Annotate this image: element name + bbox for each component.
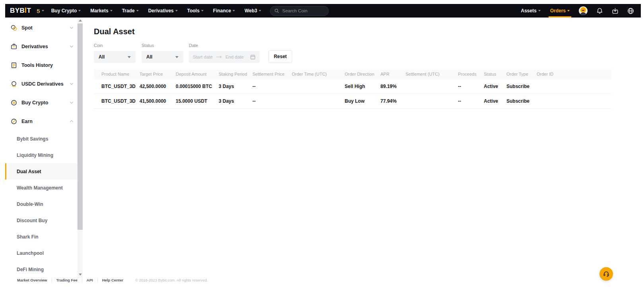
chevron-down-icon xyxy=(175,10,178,12)
nav-item-buy-crypto[interactable]: Buy Crypto xyxy=(47,4,86,18)
sidebar-item-usdc-derivatives[interactable]: USDC Derivatives xyxy=(5,74,78,93)
nav-item-assets[interactable]: Assets xyxy=(516,4,545,18)
filter-bar: Coin All Status All Date xyxy=(94,43,638,63)
column-header: Deposit Amount xyxy=(176,72,219,76)
footer-link-help-center[interactable]: Help Center xyxy=(102,278,123,282)
chevron-down-icon xyxy=(70,100,73,104)
spot-coin-icon xyxy=(11,25,17,31)
cell-order-time-redacted xyxy=(292,84,345,89)
cell-order-id-redacted xyxy=(537,84,611,89)
logo-text-left: BYB xyxy=(10,7,25,15)
bybit-logo[interactable]: BYBT xyxy=(10,4,31,18)
subitem-label: Dual Asset xyxy=(17,169,41,174)
sidebar-subitem-discount-buy[interactable]: Discount Buy xyxy=(5,212,78,229)
cell-settlement-utc-redacted xyxy=(405,84,458,89)
top-navbar: BYBT 5 Buy Crypto Markets Trade Derivati… xyxy=(5,4,641,18)
cell-order-time-redacted xyxy=(292,98,345,104)
download-app-button[interactable] xyxy=(607,4,623,18)
nav-label: Buy Crypto xyxy=(51,8,77,14)
support-chat-button[interactable] xyxy=(599,267,613,281)
subitem-label: Discount Buy xyxy=(17,218,47,223)
sidebar-item-label: Buy Crypto xyxy=(21,100,70,106)
subitem-label: Bybit Savings xyxy=(17,136,48,142)
headset-icon xyxy=(603,270,610,278)
language-button[interactable] xyxy=(623,4,638,18)
nav-item-derivatives[interactable]: Derivatives xyxy=(144,4,182,18)
anniversary-5-icon: 5 xyxy=(37,8,40,14)
anniversary-5-badge[interactable]: 5 xyxy=(37,4,44,18)
cell-proceeds: -- xyxy=(458,98,484,104)
column-header: Proceeds xyxy=(458,72,484,76)
nav-label: Finance xyxy=(213,8,231,14)
chevron-down-icon xyxy=(233,10,235,12)
chevron-up-icon xyxy=(70,120,73,123)
nav-item-markets[interactable]: Markets xyxy=(85,4,117,18)
cell-status: Active xyxy=(484,98,506,104)
column-header: Settlement Price xyxy=(252,72,292,76)
reset-button[interactable]: Reset xyxy=(268,50,292,63)
page-title: Dual Asset xyxy=(94,27,638,36)
table-header-row: Product Name Target Price Deposit Amount… xyxy=(94,69,611,79)
date-filter: Date Start date End date xyxy=(189,43,260,63)
nav-item-orders[interactable]: Orders xyxy=(545,4,574,18)
sidebar-subitem-bybit-savings[interactable]: Bybit Savings xyxy=(5,131,78,147)
user-avatar-icon xyxy=(579,6,588,15)
earn-coin-icon xyxy=(11,118,17,125)
nav-item-trade[interactable]: Trade xyxy=(117,4,144,18)
status-select[interactable]: All xyxy=(142,51,183,63)
date-range-input[interactable]: Start date End date xyxy=(189,51,260,63)
sidebar-subitem-launchpool[interactable]: Launchpool xyxy=(5,245,78,261)
column-header: Target Price xyxy=(140,72,176,76)
sidebar-subitem-defi-mining[interactable]: DeFi Mining xyxy=(5,261,78,278)
sidebar-item-buy-crypto[interactable]: Buy Crypto xyxy=(5,93,78,112)
cell-settlement-price: -- xyxy=(252,98,292,104)
cell-settlement-utc-redacted xyxy=(405,98,458,104)
logo-text-right: T xyxy=(27,7,31,15)
sidebar-subitem-dual-asset[interactable]: Dual Asset xyxy=(5,163,78,180)
sidebar-item-derivatives[interactable]: Derivatives xyxy=(5,37,78,56)
chevron-down-icon xyxy=(567,10,570,12)
cell-proceeds: -- xyxy=(458,84,484,89)
coin-filter: Coin All xyxy=(94,43,136,63)
sidebar-subitem-shark-fin[interactable]: Shark Fin xyxy=(5,229,78,245)
nav-label: Assets xyxy=(521,8,536,14)
sidebar-item-spot[interactable]: Spot xyxy=(5,18,78,37)
notifications-button[interactable] xyxy=(592,4,607,18)
nav-item-web3[interactable]: Web3 xyxy=(240,4,266,18)
search-coin-input[interactable]: Search Coin xyxy=(270,6,329,16)
scrollbar-thumb[interactable] xyxy=(78,23,83,230)
nav-label: Orders xyxy=(550,8,566,14)
cell-staking-period: 3 Days xyxy=(219,98,252,104)
page: BYBT 5 Buy Crypto Markets Trade Derivati… xyxy=(0,0,644,301)
table-row: BTC_USDT_3D 42,500.0000 0.00015000 BTC 3… xyxy=(94,79,611,94)
footer-link-trading-fee[interactable]: Trading Fee xyxy=(56,278,78,282)
divider xyxy=(82,278,82,282)
coin-select[interactable]: All xyxy=(94,51,136,63)
nav-item-tools[interactable]: Tools xyxy=(182,4,208,18)
sidebar-item-label: Earn xyxy=(21,119,70,124)
scrollbar-down-arrow[interactable] xyxy=(79,274,82,276)
download-icon xyxy=(612,8,619,14)
orders-table: Product Name Target Price Deposit Amount… xyxy=(94,69,611,109)
footer-link-market-overview[interactable]: Market Overview xyxy=(17,278,47,282)
scrollbar-up-arrow[interactable] xyxy=(79,20,82,22)
chevron-down-icon xyxy=(110,10,113,12)
subitem-label: Launchpool xyxy=(17,250,44,256)
sidebar-item-earn[interactable]: Earn xyxy=(5,112,78,131)
sidebar-scrollbar[interactable] xyxy=(78,18,83,278)
bell-icon xyxy=(596,8,603,14)
sidebar-subitem-double-win[interactable]: Double-Win xyxy=(5,196,78,212)
usdc-coin-icon xyxy=(11,81,17,87)
table-row: BTC_USDT_3D 41,500.0000 15.0000 USDT 3 D… xyxy=(94,94,611,109)
buy-crypto-coin-icon xyxy=(11,100,17,106)
nav-item-finance[interactable]: Finance xyxy=(208,4,240,18)
sidebar-subitem-liquidity-mining[interactable]: Liquidity Mining xyxy=(5,147,78,163)
sidebar-subitem-wealth-management[interactable]: Wealth Management xyxy=(5,180,78,196)
main-content: Dual Asset Coin All Status All xyxy=(83,18,641,278)
account-button[interactable] xyxy=(574,4,592,18)
footer-link-api[interactable]: API xyxy=(87,278,93,282)
copyright-text: © 2018-2023 Bybit.com. All rights reserv… xyxy=(135,278,208,282)
sidebar-item-tools-history[interactable]: Tools History xyxy=(5,56,78,74)
column-header: Order ID xyxy=(537,72,611,76)
divider xyxy=(52,278,52,282)
